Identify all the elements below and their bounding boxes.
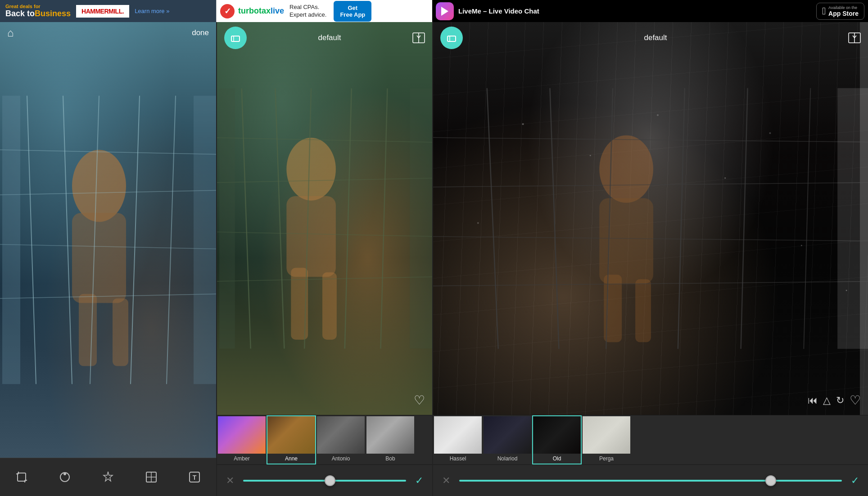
filter2-header: default	[433, 22, 868, 54]
panel3-controls: ⏮ △ ↻ ♡	[808, 393, 861, 408]
filter1-header: default	[217, 22, 432, 54]
panel-filter-2: default ⏮ △ ↻ ♡ Hassel	[432, 22, 868, 496]
photo-canvas: ⌂ done	[0, 22, 216, 458]
ad3-name: LiveMe – Live Video Chat	[458, 7, 539, 15]
filter-antonio-preview	[317, 416, 365, 454]
panel-editor: ⌂ done	[0, 22, 216, 496]
filter-amber-label: Amber	[218, 454, 266, 464]
ad-1[interactable]: Great deals for Back toBusiness HAMMERMI…	[0, 0, 216, 22]
filter2-nolariod-label: Nolariod	[484, 454, 531, 464]
ad1-brand: Back toBusiness	[5, 9, 71, 18]
heart-button-2[interactable]: ♡	[850, 393, 861, 408]
filter-antonio[interactable]: Antonio	[316, 415, 366, 464]
ad-3[interactable]: LiveMe – Live Video Chat  Available on …	[432, 0, 868, 22]
filter2-old-label: Old	[533, 454, 581, 464]
compare-icon-2[interactable]	[848, 32, 861, 43]
panel1-header: ⌂ done	[0, 22, 216, 44]
slider1-thumb[interactable]	[325, 475, 335, 486]
toolbar-effects[interactable]	[101, 470, 115, 484]
photo-background	[0, 22, 216, 458]
slider1-confirm[interactable]: ✓	[415, 475, 423, 487]
svg-point-21	[63, 473, 66, 475]
ad2-cta[interactable]: GetFree App	[334, 1, 371, 22]
svg-marker-22	[104, 472, 113, 481]
home-icon[interactable]: ⌂	[7, 27, 14, 39]
filter-bob-label: Bob	[366, 454, 414, 464]
filter-antonio-label: Antonio	[317, 454, 365, 464]
filter2-old[interactable]: Old	[532, 415, 582, 464]
compare-icon[interactable]	[412, 32, 425, 43]
ad1-tagline: Great deals for	[5, 4, 71, 9]
filter2-strip: Hassel Nolariod Old Perga	[433, 415, 868, 464]
filter2-perga-label: Perga	[583, 454, 630, 464]
filter-amber-preview	[218, 416, 266, 454]
slider2-confirm[interactable]: ✓	[851, 475, 859, 487]
svg-rect-15	[18, 473, 26, 481]
filter1-label: default	[318, 33, 341, 42]
play-triangle-icon	[441, 7, 448, 16]
bottom-toolbar: T	[0, 458, 216, 496]
filter2-photo-area: default ⏮ △ ↻ ♡	[433, 22, 868, 415]
filter-amber[interactable]: Amber	[217, 415, 267, 464]
filter-bob-preview	[366, 416, 414, 454]
filter2-hassel[interactable]: Hassel	[433, 415, 483, 464]
slider2-track[interactable]	[459, 480, 842, 482]
eraser-button[interactable]	[224, 27, 247, 49]
white-border-right	[860, 22, 868, 415]
refresh-icon[interactable]: ↻	[836, 395, 844, 406]
slider2-thumb[interactable]	[765, 475, 776, 486]
filter2-photo	[433, 22, 868, 415]
filter2-perga[interactable]: Perga	[582, 415, 631, 464]
main-content: ⌂ done	[0, 22, 868, 496]
toolbar-filter[interactable]	[58, 470, 72, 484]
filter2-hassel-preview	[434, 416, 482, 454]
slider1-cancel[interactable]: ✕	[226, 475, 234, 487]
filter1-slider-bar: ✕ ✓	[217, 464, 432, 496]
filter1-photo-area: default ♡	[217, 22, 432, 415]
eraser-button-2[interactable]	[440, 27, 463, 49]
toolbar-crop[interactable]	[15, 470, 28, 484]
scratches-effect	[433, 22, 868, 415]
ad-bar: Great deals for Back toBusiness HAMMERMI…	[0, 0, 868, 22]
ad1-cta[interactable]: Learn more »	[135, 8, 169, 14]
filter2-old-preview	[533, 416, 581, 454]
apple-icon: 	[822, 5, 826, 17]
filter2-slider-bar: ✕ ✓	[433, 464, 868, 496]
done-button[interactable]: done	[192, 28, 209, 37]
filter1-photo	[217, 22, 432, 415]
appstore-text: Available on the App Store	[828, 5, 859, 17]
slider2-cancel[interactable]: ✕	[442, 475, 450, 487]
ad1-logo: HAMMERMILL.	[76, 5, 129, 18]
triangle-icon[interactable]: △	[823, 395, 831, 406]
filter2-nolariod[interactable]: Nolariod	[483, 415, 532, 464]
filter-anne-preview	[267, 416, 315, 454]
turbotax-check-icon: ✓	[220, 4, 235, 18]
filter-bob[interactable]: Bob	[366, 415, 415, 464]
svg-rect-43	[231, 36, 240, 41]
liveme-logo-icon	[436, 2, 454, 20]
filter-anne[interactable]: Anne	[267, 415, 316, 464]
ad2-tagline: Real CPAs. Expert advice.	[289, 4, 326, 19]
slider1-track[interactable]	[243, 480, 406, 482]
heart-button-1[interactable]: ♡	[414, 393, 425, 408]
ad2-brand: turbotaxlive	[238, 6, 284, 16]
filter1-strip: Amber Anne Antonio Bob	[217, 415, 432, 464]
toolbar-text[interactable]: T	[188, 470, 201, 484]
svg-rect-72	[448, 36, 456, 41]
panel-filter-1: default ♡ Amber Anne An	[216, 22, 432, 496]
svg-text:T: T	[193, 474, 197, 481]
filter2-hassel-label: Hassel	[434, 454, 482, 464]
filter2-nolariod-preview	[484, 416, 531, 454]
filter2-label: default	[644, 33, 667, 42]
filter-anne-label: Anne	[267, 454, 315, 464]
ad-2[interactable]: ✓ turbotaxlive Real CPAs. Expert advice.…	[216, 0, 432, 22]
appstore-button[interactable]:  Available on the App Store	[816, 3, 864, 20]
rewind-icon[interactable]: ⏮	[808, 395, 818, 406]
filter2-perga-preview	[583, 416, 630, 454]
toolbar-layout[interactable]	[145, 470, 158, 484]
